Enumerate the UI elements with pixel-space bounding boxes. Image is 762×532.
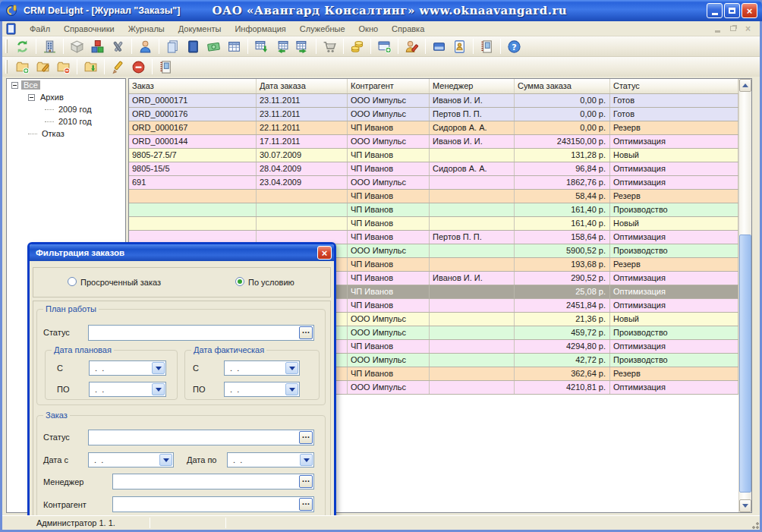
table-row[interactable]: 9805-27.5/730.07.2009ЧП Иванов131,28 р.Н… [129,149,738,162]
close-button[interactable]: × [742,3,757,18]
tree-item[interactable]: 2009 год [7,103,125,115]
box-button[interactable] [68,38,87,55]
actual-to-combo[interactable]: . . [224,382,300,397]
menu-item-3[interactable]: Документы [172,23,228,35]
tree-expander-icon[interactable] [11,82,18,89]
actual-from-combo[interactable]: . . [224,360,300,376]
column-header-status[interactable]: Статус [610,79,738,93]
user-button[interactable] [136,38,155,55]
order-date-from-dropdown-button[interactable] [159,454,172,466]
planned-to-combo[interactable]: . . [89,382,166,397]
actual-from-dropdown-button[interactable] [285,362,298,374]
cart-button[interactable] [320,38,339,55]
order-date-to-combo[interactable]: . . [227,452,314,467]
column-header-manager[interactable]: Менеджер [430,79,515,93]
mdi-restore-button[interactable] [727,24,738,33]
menu-item-6[interactable]: Окно [352,23,386,35]
menu-item-4[interactable]: Информация [228,23,292,35]
mdi-close-button[interactable]: × [742,24,754,33]
vertical-scrollbar[interactable] [738,79,751,512]
refresh-button[interactable] [13,38,32,55]
tree-expander-icon[interactable] [28,94,35,101]
report-button[interactable] [450,38,469,55]
pencil-button[interactable] [109,58,128,76]
menu-item-1[interactable]: Справочники [57,23,121,35]
table-row[interactable]: 9805-15/528.04.2009ЧП ИвановСидоров А. А… [129,162,738,176]
dialog-close-button[interactable]: × [317,246,332,260]
folder-delete-button[interactable] [54,58,73,76]
table-row[interactable]: ORD_000016722.11.2011ЧП ИвановСидоров А.… [129,121,738,135]
table-row[interactable]: ORD_000017123.11.2011ООО ИмпульсИванов И… [129,94,738,108]
tree-item-label[interactable]: Отказ [39,129,67,138]
documents-button[interactable] [163,38,182,55]
maximize-button[interactable] [724,3,740,18]
order-status-input[interactable] [88,430,314,445]
plan-status-picker-button[interactable]: … [299,326,313,339]
table-import-button[interactable] [252,38,271,55]
panel-button[interactable] [430,38,449,55]
user-edit-button[interactable] [402,38,421,55]
table-row[interactable]: ЧП Иванов58,44 р.Резерв [129,190,738,203]
window-add-button[interactable] [375,38,394,55]
column-header-contractor[interactable]: Контрагент [348,79,430,93]
table-row[interactable]: ЧП Иванов161,40 р.Производство [129,203,738,217]
coins-button[interactable] [348,38,367,55]
order-date-to-dropdown-button[interactable] [300,454,313,466]
tools-button[interactable] [109,38,128,55]
journal-button[interactable] [184,38,203,55]
folder-open-button[interactable] [81,58,100,76]
table-prev-button[interactable] [272,38,291,55]
toolbar-grip[interactable] [5,39,8,53]
order-manager-picker-button[interactable]: … [299,475,313,488]
stop-button[interactable] [129,58,148,76]
notebook-button[interactable] [477,38,496,55]
scrollbar-thumb[interactable] [739,235,751,493]
dialog-title-bar[interactable]: Фильтрация заказов × [30,244,334,261]
order-contractor-picker-button[interactable]: … [299,498,313,511]
mdi-minimize-button[interactable] [712,24,723,33]
tree-item[interactable]: 2010 год [7,115,125,127]
menu-item-5[interactable]: Служебные [293,23,352,35]
order-date-from-combo[interactable]: . . [88,452,174,467]
title-bar[interactable]: CRM DeLight - [Журнал "Заказы"] ОАО «Ава… [0,0,762,21]
resize-grip[interactable] [749,519,759,529]
tree-item[interactable]: Все [7,79,125,91]
tree-item-label[interactable]: Все [21,80,40,90]
folder-edit-button[interactable] [33,58,52,76]
column-header-sum[interactable]: Сумма заказа [515,79,610,93]
modules-button[interactable] [88,38,107,55]
tree-item-label[interactable]: 2010 год [56,117,94,126]
menu-item-0[interactable]: Файл [23,23,57,35]
table-button[interactable] [225,38,244,55]
money-button[interactable] [204,38,223,55]
notebook-button[interactable] [156,58,175,76]
plan-status-input[interactable] [88,325,314,341]
folder-add-button[interactable] [13,58,32,76]
table-row[interactable]: ORD_000017623.11.2011ООО ИмпульсПертов П… [129,108,738,121]
tree-item[interactable]: Архив [7,91,125,103]
tree-item-label[interactable]: 2009 год [56,105,94,114]
order-status-picker-button[interactable]: … [299,431,313,444]
overdue-radio[interactable] [68,277,77,286]
by-condition-radio[interactable] [235,277,244,286]
planned-from-dropdown-button[interactable] [152,362,165,374]
help-button[interactable]: ? [505,38,524,55]
organization-button[interactable] [40,38,59,55]
scroll-down-button[interactable] [739,499,751,512]
table-next-button[interactable] [293,38,312,55]
column-header-order[interactable]: Заказ [129,79,257,93]
planned-from-combo[interactable]: . . [89,360,166,376]
scroll-up-button[interactable] [739,79,751,92]
table-row[interactable]: ЧП Иванов161,40 р.Новый [129,217,738,231]
actual-to-dropdown-button[interactable] [285,383,298,395]
tree-item[interactable]: Отказ [7,127,125,140]
table-row[interactable]: ORD_000014417.11.2011ООО ИмпульсИванов И… [129,135,738,149]
order-contractor-input[interactable] [112,496,314,512]
planned-to-dropdown-button[interactable] [152,383,165,395]
menu-item-2[interactable]: Журналы [121,23,172,35]
minimize-button[interactable] [707,3,723,18]
toolbar-grip[interactable] [5,60,8,74]
menu-item-7[interactable]: Справка [385,23,431,35]
order-manager-input[interactable] [112,474,314,490]
tree-item-label[interactable]: Архив [38,93,66,102]
